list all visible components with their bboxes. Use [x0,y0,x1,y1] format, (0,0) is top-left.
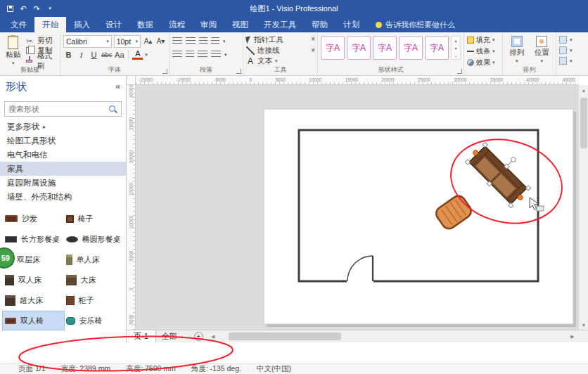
clipped-ribbon-button[interactable]: ▾ [559,56,585,66]
category-electrical-telecom[interactable]: 电气和电信 [0,148,126,162]
save-icon[interactable] [4,2,15,15]
clipped-ribbon-button[interactable]: ▾ [559,34,585,45]
italic-button[interactable]: I [76,49,87,60]
scroll-left-icon[interactable]: ◀ [209,334,217,340]
search-input[interactable] [8,105,106,113]
tab-data[interactable]: 数据 [129,17,161,32]
room-outline[interactable] [299,130,538,284]
scroll-down-icon[interactable]: ▼ [579,320,588,330]
tab-design[interactable]: 设计 [98,17,129,32]
tell-me-box[interactable]: 告诉我你想要做什么 [376,17,455,32]
tab-plan[interactable]: 计划 [335,17,367,32]
decrease-indent-icon[interactable] [199,37,207,45]
shape-style-preview-3[interactable]: 字A [373,36,397,60]
dialog-launcher-icon[interactable] [457,69,462,74]
customize-qat-icon[interactable]: ▾ [44,2,56,15]
vertical-scroll-thumb[interactable] [580,98,587,148]
stencil-xlarge-bed[interactable]: 超大床 [3,291,64,309]
stencil-sofa[interactable]: 沙发 [3,209,64,228]
stencil-double-bed[interactable]: 双人床 [3,271,64,289]
tab-help[interactable]: 帮助 [304,17,335,32]
font-size-combo[interactable]: 10pt ▾ [114,35,141,48]
format-painter-button[interactable]: 格式刷 [26,56,57,66]
stencil-chair[interactable]: 椅子 [64,209,125,228]
tab-file[interactable]: 文件 [3,17,34,32]
category-more-shapes[interactable]: 更多形状 ▸ [0,120,126,134]
align-center-icon[interactable] [186,51,194,58]
stencil-easy-chair[interactable]: 安乐椅 [64,311,125,330]
justify-icon[interactable] [211,51,221,58]
scroll-right-icon[interactable]: ▶ [568,334,577,340]
dialog-launcher-icon[interactable] [236,69,241,74]
collapse-panel-icon[interactable]: « [115,82,120,91]
status-page-info[interactable]: 页面 1/1 [18,364,46,374]
shape-style-preview-5[interactable]: 字A [425,36,449,60]
pointer-tool-button[interactable]: 指针工具 [246,34,314,45]
gallery-up-icon[interactable]: ▴ [454,38,456,43]
category-furniture[interactable]: 家具 [0,162,126,176]
tab-developer[interactable]: 开发工具 [256,17,304,32]
align-right-icon[interactable] [198,51,207,58]
tab-process[interactable]: 流程 [161,17,193,32]
category-drawing-tool-shapes[interactable]: 绘图工具形状 [0,134,126,148]
cut-button[interactable]: ✂ 剪切 [26,36,57,46]
connection-point-icon[interactable]: × [311,35,315,43]
numbered-list-icon[interactable] [186,37,196,45]
increase-indent-icon[interactable] [211,37,219,45]
chevron-down-icon[interactable]: ▾ [224,52,227,58]
arrange-button[interactable]: 排列 ▾ [506,34,528,66]
connector-tool-button[interactable]: 连接线 [246,45,314,56]
category-garden-accessories[interactable]: 庭园附属设施 [0,176,126,190]
position-button[interactable]: 位置 ▾ [531,34,554,66]
scroll-up-icon[interactable]: ▲ [579,85,588,95]
paste-button[interactable]: 粘贴 ▾ [3,34,23,66]
search-icon[interactable] [108,105,117,114]
stencil-cabinet[interactable]: 柜子 [64,291,125,309]
redo-icon[interactable]: ↷ [31,2,42,15]
clipped-ribbon-button[interactable]: ▾ [559,45,585,56]
add-page-button[interactable]: + [194,332,203,341]
stencil-oval-table[interactable]: 椭圆形餐桌 [64,230,125,248]
bullet-list-icon[interactable] [172,37,182,45]
strikethrough-button[interactable]: abc [101,49,112,60]
category-walls-shell-structure[interactable]: 墙壁、外壳和结构 [0,190,126,204]
gallery-down-icon[interactable]: ▾ [454,46,456,51]
font-color-button[interactable]: A [132,50,143,60]
horizontal-scroll-thumb[interactable] [229,333,341,340]
stencil-rect-table[interactable]: 长方形餐桌 [3,230,64,248]
font-family-combo[interactable]: Calibri ▾ [63,35,112,48]
shape-style-preview-4[interactable]: 字A [399,36,423,60]
undo-icon[interactable]: ↶ [18,2,29,15]
shape-style-preview-2[interactable]: 字A [347,36,371,60]
gallery-more-icon[interactable]: ⌄ [454,53,457,58]
tab-view[interactable]: 视图 [224,17,256,32]
stencil-loveseat[interactable]: 双人椅 [3,311,64,330]
shrink-font-button[interactable]: A▾ [155,35,166,47]
shape-search-box[interactable] [4,101,122,117]
status-language[interactable]: 中文(中国) [257,364,291,374]
chevron-down-icon[interactable]: ▾ [145,52,148,58]
tab-review[interactable]: 审阅 [193,17,224,32]
dialog-launcher-icon[interactable] [162,69,167,74]
all-pages-button[interactable]: 全部 ▲ [156,331,190,342]
underline-button[interactable]: U [89,49,99,60]
chevron-down-icon[interactable]: ▾ [223,39,226,44]
page-tab-1[interactable]: 页-1 [127,330,156,342]
grow-font-button[interactable]: A▴ [143,35,153,47]
fill-button[interactable]: 填充 ▾ [467,34,499,46]
stencil-single-bed[interactable]: 单人床 [64,250,125,269]
line-button[interactable]: 线条 ▾ [467,46,499,57]
horizontal-scrollbar[interactable]: ◀ ▶ [207,330,578,342]
text-tool-button[interactable]: A 文本 ▾ [246,56,314,66]
effects-button[interactable]: 效果 ▾ [467,57,499,68]
align-left-icon[interactable] [172,51,182,58]
tab-home[interactable]: 开始 [34,17,66,32]
tab-insert[interactable]: 插入 [66,17,98,32]
stencil-large-bed[interactable]: 大床 [64,271,125,289]
shape-style-preview-1[interactable]: 字A [321,36,345,60]
change-case-button[interactable]: Aa [114,49,124,60]
drawing-canvas[interactable] [136,85,578,330]
bold-button[interactable]: B [63,49,74,60]
vertical-scrollbar[interactable]: ▲ ▼ [578,85,588,330]
crossing-tool-icon[interactable]: × [311,46,315,54]
